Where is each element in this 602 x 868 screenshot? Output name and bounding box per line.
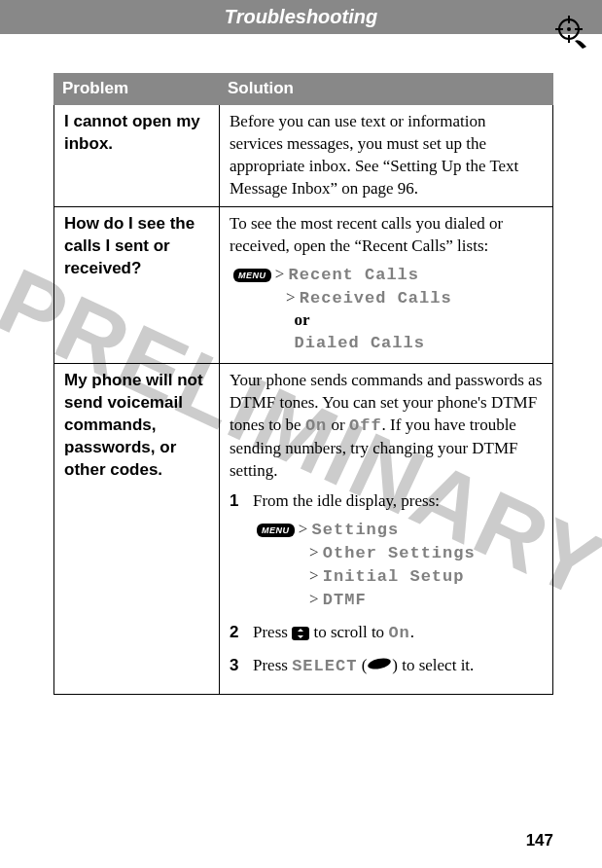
off-value: Off (349, 416, 382, 435)
troubleshoot-icon (551, 12, 590, 54)
nav-sequence: MENU > Recent Calls > Received Calls or (233, 264, 543, 356)
chevron-right-icon: > (299, 520, 312, 538)
list-item: 2Press to scroll to On. (230, 622, 543, 645)
problem-cell: How do I see the calls I sent or receive… (54, 206, 220, 364)
troubleshooting-table: Problem Solution I cannot open my inbox.… (53, 73, 553, 695)
svg-point-6 (368, 657, 393, 670)
problem-cell: I cannot open my inbox. (54, 104, 220, 206)
text: ( (357, 656, 367, 674)
nav-item: Other Settings (323, 544, 476, 562)
chevron-right-icon: > (309, 543, 323, 561)
text: to scroll to (309, 623, 388, 641)
nav-item: Initial Setup (323, 567, 465, 586)
text: or (327, 416, 349, 434)
table-row: I cannot open my inbox. Before you can u… (54, 104, 553, 206)
nav-item: Settings (312, 521, 400, 539)
list-item: 3Press SELECT () to select it. (230, 655, 543, 678)
text: . (410, 623, 414, 641)
menu-key-icon: MENU (257, 524, 295, 537)
step-number: 3 (230, 655, 253, 677)
nav-item: DTMF (323, 591, 367, 609)
solution-cell: To see the most recent calls you dialed … (220, 206, 553, 364)
on-value: On (305, 416, 327, 435)
step-number: 2 (230, 622, 253, 644)
chevron-right-icon: > (275, 265, 289, 283)
steps-list: 1From the idle display, press: MENU > Se… (230, 490, 543, 678)
step-number: 1 (230, 490, 253, 513)
on-value: On (388, 624, 409, 642)
solution-text: Your phone sends commands and passwords … (230, 370, 543, 483)
nav-item: Recent Calls (289, 266, 419, 284)
page-number: 147 (526, 831, 553, 850)
text: Press (253, 623, 292, 641)
nav-sequence: MENU > Settings > Other Settings > Initi… (257, 519, 543, 612)
nav-item: Received Calls (300, 289, 452, 307)
select-label: SELECT (292, 657, 357, 675)
menu-key-icon: MENU (233, 269, 271, 282)
list-item: 1From the idle display, press: MENU > Se… (230, 490, 543, 612)
page-title: Troubleshooting (225, 6, 377, 27)
col-header-solution: Solution (220, 74, 553, 105)
table-row: My phone will not send voicemail command… (54, 364, 553, 694)
solution-cell: Before you can use text or information s… (220, 104, 553, 206)
solution-cell: Your phone sends commands and passwords … (220, 364, 553, 694)
page-content: Problem Solution I cannot open my inbox.… (0, 34, 602, 695)
svg-point-5 (567, 27, 571, 31)
scroll-key-icon (292, 627, 309, 640)
or-text: or (295, 310, 310, 329)
text: Press (253, 656, 292, 674)
table-row: How do I see the calls I sent or receive… (54, 206, 553, 364)
nav-item: Dialed Calls (295, 334, 425, 352)
step-text: From the idle display, press: (253, 491, 440, 510)
col-header-problem: Problem (54, 74, 220, 105)
chevron-right-icon: > (309, 566, 323, 585)
soft-key-icon (367, 655, 392, 677)
problem-cell: My phone will not send voicemail command… (54, 364, 220, 694)
solution-text: To see the most recent calls you dialed … (230, 213, 543, 258)
chevron-right-icon: > (309, 590, 323, 608)
text: ) to select it. (392, 656, 474, 674)
page-header: Troubleshooting (0, 0, 602, 34)
chevron-right-icon: > (286, 288, 300, 307)
